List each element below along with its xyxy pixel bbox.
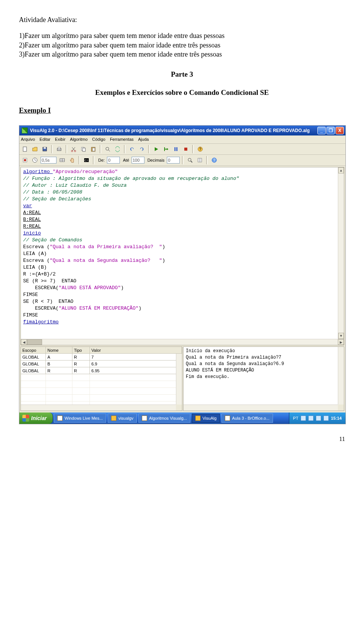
pause-icon[interactable] bbox=[172, 145, 180, 153]
step-icon[interactable] bbox=[162, 145, 170, 153]
save-file-icon[interactable] bbox=[41, 145, 49, 153]
taskbar-item-icon bbox=[225, 416, 230, 421]
editor-vscrollbar[interactable]: ▲ ▼ bbox=[338, 167, 344, 339]
tray-shield-icon[interactable] bbox=[301, 416, 306, 421]
run-icon[interactable] bbox=[152, 145, 160, 153]
tray-volume-icon[interactable] bbox=[316, 416, 321, 421]
editor-hscrollbar[interactable]: ◀ ▶ bbox=[21, 339, 344, 345]
taskbar-item-label: VisuAlg bbox=[202, 416, 217, 421]
delay-input[interactable]: 0,5s bbox=[41, 157, 56, 164]
taskbar-item-label: Algoritmos Visualg... bbox=[149, 416, 187, 421]
svg-text:?: ? bbox=[199, 147, 201, 151]
taskbar-item-label: visualgv bbox=[118, 416, 133, 421]
scroll-right-icon[interactable]: ▶ bbox=[338, 339, 344, 345]
copy-icon[interactable] bbox=[79, 145, 88, 153]
menu-exibir[interactable]: Exibir bbox=[55, 137, 66, 142]
table-row[interactable]: GLOBALBR6.9 bbox=[21, 361, 182, 367]
taskbar-item[interactable]: Aula 3 - BrOffice.o... bbox=[221, 414, 273, 423]
svg-text:C:\: C:\ bbox=[85, 159, 88, 162]
taskbar-item[interactable]: Windows Live Mes... bbox=[54, 414, 106, 423]
help-icon[interactable]: ? bbox=[196, 145, 204, 153]
col-value[interactable]: Valor bbox=[90, 347, 182, 354]
menu-codigo[interactable]: Código bbox=[92, 137, 105, 142]
table-row bbox=[21, 374, 182, 381]
minimize-button[interactable]: _ bbox=[317, 127, 326, 134]
menu-editar[interactable]: Editar bbox=[39, 137, 50, 142]
breakpoint-icon[interactable] bbox=[21, 156, 29, 164]
window-titlebar[interactable]: VisuAlg 2.0 - D:\Cesep 2008\Inf 11\Técni… bbox=[19, 126, 345, 135]
maximize-button[interactable]: ❐ bbox=[326, 127, 335, 134]
col-scope[interactable]: Escopo bbox=[21, 347, 46, 354]
svg-line-27 bbox=[191, 161, 192, 162]
menu-ferramentas[interactable]: Ferramentas bbox=[110, 137, 133, 142]
code-editor[interactable]: algoritmo "Aprovado/recuperação" // Funç… bbox=[20, 167, 344, 345]
stop-icon[interactable] bbox=[182, 145, 190, 153]
menubar: Arquivo Editar Exibir Algoritmo Código F… bbox=[19, 135, 345, 144]
svg-rect-10 bbox=[93, 148, 95, 151]
about-icon[interactable]: ? bbox=[210, 156, 218, 164]
svg-rect-15 bbox=[184, 148, 187, 151]
vars-icon[interactable] bbox=[58, 156, 66, 164]
close-button[interactable]: X bbox=[336, 127, 344, 134]
hand-icon[interactable] bbox=[68, 156, 76, 164]
activity-item: 3)Fazer um algorítmo para saber quem tem… bbox=[19, 50, 345, 59]
clock-icon[interactable] bbox=[31, 156, 39, 164]
taskbar-item[interactable]: visualgv bbox=[108, 414, 137, 423]
system-tray[interactable]: PT 15:14 bbox=[289, 412, 345, 424]
col-type[interactable]: Tipo bbox=[72, 347, 90, 354]
book-icon[interactable] bbox=[196, 156, 204, 164]
tray-network-icon[interactable] bbox=[308, 416, 314, 421]
scroll-down-icon[interactable]: ▼ bbox=[338, 333, 344, 339]
redo-icon[interactable] bbox=[138, 145, 146, 153]
open-file-icon[interactable] bbox=[31, 145, 39, 153]
taskbar-item-icon bbox=[195, 416, 201, 421]
tray-msn-icon[interactable] bbox=[323, 416, 329, 421]
variables-pane: Escopo Nome Tipo Valor GLOBALAR7GLOBALBR… bbox=[20, 346, 182, 411]
console-pane: Início da execução Qual a nota da Primei… bbox=[183, 346, 344, 411]
input-ate[interactable]: 100 bbox=[132, 157, 144, 164]
taskbar-item[interactable]: VisuAlg bbox=[192, 414, 220, 423]
table-row bbox=[21, 395, 182, 401]
paste-icon[interactable] bbox=[89, 145, 97, 153]
taskbar-item-label: Aula 3 - BrOffice.o... bbox=[232, 416, 270, 421]
label-ate: Até bbox=[123, 157, 129, 163]
find-icon[interactable] bbox=[104, 145, 112, 153]
svg-point-11 bbox=[106, 147, 109, 150]
zoom-icon[interactable] bbox=[186, 156, 194, 164]
dos-icon[interactable]: C:\ bbox=[82, 156, 91, 164]
menu-algoritmo[interactable]: Algoritmo bbox=[70, 137, 88, 142]
start-button[interactable]: Iniciar bbox=[19, 412, 53, 424]
scroll-up-icon[interactable]: ▲ bbox=[338, 167, 344, 173]
menu-arquivo[interactable]: Arquivo bbox=[21, 137, 35, 142]
table-row[interactable]: GLOBALAR7 bbox=[21, 354, 182, 361]
toolbar-main: ? bbox=[19, 144, 345, 155]
tray-lang[interactable]: PT bbox=[293, 416, 298, 421]
vars-vscrollbar[interactable] bbox=[176, 354, 182, 405]
lower-panes: Escopo Nome Tipo Valor GLOBALAR7GLOBALBR… bbox=[20, 346, 344, 411]
svg-rect-8 bbox=[83, 148, 85, 151]
toolbar-exec: 0,5s C:\ De: 0 Até 100 Decimais 0 ? bbox=[19, 155, 345, 166]
input-de[interactable]: 0 bbox=[107, 157, 120, 164]
console-hscrollbar[interactable] bbox=[184, 405, 338, 411]
replace-icon[interactable] bbox=[113, 145, 122, 153]
taskbar: Iniciar Windows Live Mes...visualgvAlgor… bbox=[19, 412, 345, 424]
tray-clock[interactable]: 15:14 bbox=[331, 416, 342, 421]
svg-rect-2 bbox=[44, 147, 46, 149]
start-label: Iniciar bbox=[31, 415, 47, 422]
input-dec[interactable]: 0 bbox=[167, 157, 180, 164]
new-file-icon[interactable] bbox=[21, 145, 29, 153]
menu-ajuda[interactable]: Ajuda bbox=[138, 137, 149, 142]
taskbar-item-icon bbox=[57, 416, 63, 421]
vars-hscrollbar[interactable] bbox=[21, 405, 176, 411]
cut-icon[interactable] bbox=[69, 145, 78, 153]
taskbar-item[interactable]: Algoritmos Visualg... bbox=[138, 414, 190, 423]
svg-rect-0 bbox=[23, 147, 27, 151]
col-name[interactable]: Nome bbox=[46, 347, 72, 354]
table-row[interactable]: GLOBALRR6.95 bbox=[21, 367, 182, 374]
print-icon[interactable] bbox=[55, 145, 63, 153]
scroll-left-icon[interactable]: ◀ bbox=[21, 339, 27, 345]
console-vscrollbar[interactable] bbox=[338, 347, 344, 405]
taskbar-item-icon bbox=[111, 416, 116, 421]
svg-rect-14 bbox=[176, 147, 177, 151]
undo-icon[interactable] bbox=[128, 145, 136, 153]
